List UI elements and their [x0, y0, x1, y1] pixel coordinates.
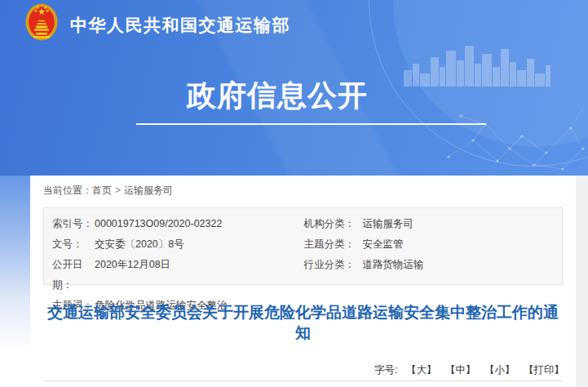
- font-size-controls: 字号: 【大】 【中】 【小】 【打印】: [374, 363, 564, 377]
- title-underline: [136, 123, 486, 125]
- meta-value: 安全监管: [363, 234, 563, 255]
- font-size-small-button[interactable]: 【小】: [484, 364, 515, 376]
- header-banner: 中华人民共和国交通运输部 政府信息公开: [0, 0, 588, 176]
- left-gradient-strip: [0, 176, 30, 351]
- meta-label: 公开日期：: [44, 255, 95, 296]
- meta-value: 运输服务司: [363, 214, 563, 234]
- meta-label: 索引号：: [44, 214, 95, 234]
- meta-value: 000019713O09/2020-02322: [95, 214, 303, 234]
- footer-divider: [43, 380, 563, 381]
- meta-label: 主题分类：: [303, 234, 363, 255]
- meta-value: 交安委〔2020〕8号: [95, 234, 303, 255]
- meta-value: 道路货物运输: [363, 255, 563, 275]
- font-size-large-button[interactable]: 【大】: [406, 364, 437, 376]
- meta-column-left: 索引号： 000019713O09/2020-02322 文号： 交安委〔202…: [44, 214, 303, 284]
- meta-row-industry-category: 行业分类： 道路货物运输: [303, 255, 563, 275]
- document-title: 交通运输部安全委员会关于开展危险化学品道路运输安全集中整治工作的通知: [43, 302, 563, 343]
- print-button[interactable]: 【打印】: [524, 364, 564, 376]
- meta-value: 2020年12月08日: [95, 255, 303, 296]
- breadcrumb-section-link[interactable]: 运输服务司: [124, 185, 173, 196]
- content-panel: 当前位置：首页>运输服务司 索引号： 000019713O09/2020-023…: [30, 176, 576, 387]
- site-name[interactable]: 中华人民共和国交通运输部: [70, 14, 290, 37]
- national-emblem-icon: [25, 3, 58, 42]
- meta-column-right: 机构分类： 运输服务司 主题分类： 安全监管 行业分类： 道路货物运输: [303, 214, 563, 284]
- document-meta-table: 索引号： 000019713O09/2020-02322 文号： 交安委〔202…: [43, 207, 563, 285]
- font-size-label: 字号:: [374, 364, 397, 376]
- meta-label: 机构分类：: [303, 214, 363, 234]
- breadcrumb-label: 当前位置：: [43, 185, 92, 196]
- font-size-medium-button[interactable]: 【中】: [445, 364, 476, 376]
- page: 中华人民共和国交通运输部 政府信息公开 当前位置：首页>运输服务司 索引号： 0…: [0, 0, 588, 387]
- network-dots-icon: [440, 91, 588, 175]
- meta-row-org-category: 机构分类： 运输服务司: [303, 214, 563, 234]
- page-title: 政府信息公开: [122, 76, 432, 116]
- meta-row-publish-date: 公开日期： 2020年12月08日: [44, 255, 303, 296]
- breadcrumb-separator: >: [115, 185, 121, 196]
- meta-row-topic-category: 主题分类： 安全监管: [303, 234, 563, 255]
- breadcrumb: 当前位置：首页>运输服务司: [30, 176, 576, 198]
- meta-label: 文号：: [44, 234, 95, 255]
- meta-label: 行业分类：: [303, 255, 363, 275]
- meta-row-doc-number: 文号： 交安委〔2020〕8号: [44, 234, 303, 255]
- right-background-strip: [576, 176, 588, 387]
- meta-row-index-number: 索引号： 000019713O09/2020-02322: [44, 214, 303, 234]
- breadcrumb-home-link[interactable]: 首页: [92, 185, 112, 196]
